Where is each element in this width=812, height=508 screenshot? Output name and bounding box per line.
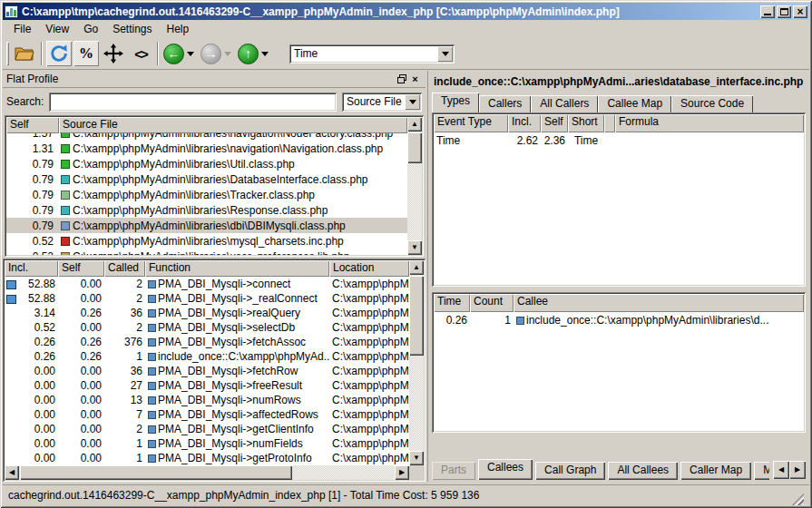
column-header[interactable]: Self [6, 117, 59, 133]
grouping-dropdown-button[interactable] [405, 94, 420, 110]
file-row[interactable]: 1.57C:\xampp\phpMyAdmin\libraries\naviga… [6, 133, 407, 141]
up-button[interactable]: ↑ [238, 44, 259, 64]
file-row[interactable]: 0.79C:\xampp\phpMyAdmin\libraries\Respon… [6, 202, 407, 218]
relative-percent-button[interactable]: % [73, 41, 99, 66]
cycle-groups-button[interactable] [46, 41, 72, 66]
file-row[interactable]: 0.79C:\xampp\phpMyAdmin\libraries\Util.c… [6, 156, 407, 171]
event-type-dropdown-button[interactable] [437, 46, 453, 62]
tab-types[interactable]: Types [432, 93, 479, 112]
column-header[interactable]: Function [145, 260, 329, 277]
back-dropdown-caret[interactable] [187, 52, 194, 56]
function-row[interactable]: 0.000.0013PMA_DBI_Mysqli->numRowsC:\xamp… [5, 393, 409, 407]
function-row[interactable]: 0.000.007PMA_DBI_Mysqli->affectedRowsC:\… [5, 407, 409, 422]
scroll-thumb[interactable] [407, 132, 422, 163]
resize-grip[interactable] [792, 493, 804, 505]
menu-settings[interactable]: Settings [105, 21, 159, 37]
tab-callers[interactable]: Callers [479, 95, 531, 112]
function-row[interactable]: 3.140.2636PMA_DBI_Mysqli->realQueryC:\xa… [5, 306, 409, 320]
tab-source-code[interactable]: Source Code [671, 95, 753, 112]
file-row[interactable]: 1.31C:\xampp\phpMyAdmin\libraries\naviga… [6, 141, 407, 156]
forward-dropdown-caret[interactable] [224, 52, 231, 56]
column-header[interactable]: Self [58, 260, 104, 277]
scroll-down-button[interactable]: ▼ [409, 451, 424, 465]
column-header[interactable]: Count [470, 294, 514, 312]
column-header[interactable]: Location [329, 260, 409, 277]
scroll-left-button[interactable]: ◀ [5, 465, 19, 480]
scroll-thumb[interactable] [409, 276, 424, 356]
column-header[interactable]: Callee [514, 294, 804, 312]
function-row[interactable]: 0.000.001PMA_DBI_Mysqli->getProtoInfoC:\… [5, 451, 409, 465]
function-row[interactable]: 52.880.002PMA_DBI_Mysqli->connectC:\xamp… [5, 277, 409, 291]
tab-scroll-right-button[interactable]: ▶ [789, 461, 806, 479]
bottom-tab-call-graph[interactable]: Call Graph [535, 462, 605, 480]
function-row[interactable]: 52.880.002PMA_DBI_Mysqli->_realConnectC:… [5, 291, 409, 306]
function-table-vscrollbar[interactable]: ▲ ▼ [409, 260, 424, 465]
back-button[interactable]: ← [163, 44, 184, 64]
scroll-up-button[interactable]: ▲ [407, 117, 422, 132]
incl-value: 0.00 [34, 452, 55, 464]
toolbar-separator [41, 42, 43, 65]
move-button[interactable] [101, 41, 126, 66]
forward-button[interactable]: → [201, 44, 221, 64]
scroll-right-button[interactable]: ▶ [395, 465, 409, 480]
scroll-down-button[interactable]: ▼ [407, 240, 422, 255]
file-list-scrollbar[interactable]: ▲ ▼ [407, 117, 422, 255]
menu-go[interactable]: Go [76, 21, 105, 37]
menu-help[interactable]: Help [160, 21, 197, 37]
function-row[interactable]: 0.000.0027PMA_DBI_Mysqli->freeResultC:\x… [5, 378, 409, 393]
column-header[interactable] [604, 114, 615, 132]
function-row[interactable]: 0.000.002PMA_DBI_Mysqli->getClientInfoC:… [5, 422, 409, 436]
column-header[interactable]: Source File [59, 117, 407, 133]
title-bar[interactable]: C:\xampp\tmp\cachegrind.out.1416463299-C… [3, 3, 809, 20]
open-file-button[interactable] [12, 41, 37, 66]
scroll-thumb[interactable] [20, 465, 292, 480]
function-row[interactable]: 0.260.26376PMA_DBI_Mysqli->fetchAssocC:\… [5, 335, 409, 349]
column-header[interactable]: Event Type [434, 114, 508, 132]
toolbar-grip[interactable] [6, 42, 9, 65]
minimize-button[interactable] [760, 5, 775, 18]
file-row[interactable]: 0.52C:\xampp\phpMyAdmin\libraries\mysql_… [6, 233, 407, 249]
back-group: ← [163, 44, 197, 64]
scroll-up-button[interactable]: ▲ [409, 260, 424, 275]
column-header[interactable]: Short [568, 114, 604, 132]
menu-view[interactable]: View [38, 21, 76, 37]
file-row[interactable]: 0.79C:\xampp\phpMyAdmin\libraries\Databa… [6, 171, 407, 187]
column-header[interactable]: Formula [615, 114, 804, 132]
types-row[interactable]: Time2.622.36Time [434, 132, 804, 148]
location-cell: C:\xampp\phpMy [329, 365, 409, 377]
close-button[interactable]: × [793, 5, 807, 18]
shorten-templates-button[interactable]: <> [128, 41, 153, 66]
tab-scroll-left-button[interactable]: ◀ [773, 461, 789, 479]
maximize-button[interactable] [777, 5, 791, 18]
column-header[interactable]: Called [104, 260, 145, 277]
location-cell: C:\xampp\phpMy [329, 437, 409, 450]
search-input[interactable] [49, 93, 337, 112]
float-panel-button[interactable] [395, 73, 408, 85]
bottom-tab-callees[interactable]: Callees [478, 459, 533, 480]
function-row[interactable]: 0.260.261include_once::C:\xampp\phpMyAd.… [5, 349, 409, 364]
column-header[interactable]: Incl. [5, 260, 58, 277]
close-panel-button[interactable]: × [408, 73, 422, 85]
bottom-tab-machine[interactable]: Machine [754, 462, 769, 480]
menu-file[interactable]: File [6, 21, 38, 37]
up-dropdown-caret[interactable] [261, 52, 269, 56]
tab-callee-map[interactable]: Callee Map [598, 95, 671, 112]
bottom-tab-caller-map[interactable]: Caller Map [680, 462, 751, 480]
file-row[interactable]: 0.52C:\xampp\phpMyAdmin\libraries\user_p… [6, 249, 407, 255]
location-cell: C:\xampp\phpMy [329, 452, 409, 464]
tab-all-callers[interactable]: All Callers [531, 95, 598, 112]
file-row[interactable]: 0.79C:\xampp\phpMyAdmin\libraries\Tracke… [6, 187, 407, 202]
column-header[interactable]: Time [434, 294, 470, 312]
callee-row[interactable]: 0.261include_once::C:\xampp\phpMyAdmin\l… [434, 312, 804, 327]
file-row[interactable]: 0.79C:\xampp\phpMyAdmin\libraries\dbi\DB… [6, 218, 407, 233]
column-header[interactable]: Incl. [508, 114, 541, 132]
bottom-tab-all-callees[interactable]: All Callees [608, 462, 678, 480]
bottom-tab-parts[interactable]: Parts [432, 462, 475, 480]
function-row[interactable]: 0.000.001PMA_DBI_Mysqli->numFieldsC:\xam… [5, 436, 409, 451]
function-row[interactable]: 0.520.002PMA_DBI_Mysqli->selectDbC:\xamp… [5, 320, 409, 335]
function-row[interactable]: 0.000.0036PMA_DBI_Mysqli->fetchRowC:\xam… [5, 364, 409, 378]
event-type-selector[interactable]: Time [289, 44, 455, 64]
function-table-hscrollbar[interactable]: ◀ ▶ [5, 465, 409, 480]
grouping-selector[interactable]: Source File [342, 93, 422, 112]
column-header[interactable]: Self [541, 114, 568, 132]
